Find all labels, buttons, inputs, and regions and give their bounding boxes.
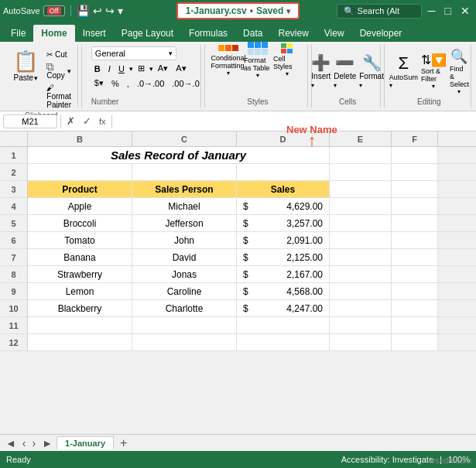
cell-e2[interactable] [330,164,392,180]
cell-f1[interactable] [392,147,438,163]
maximize-btn[interactable]: □ [442,5,454,17]
format-cells-button[interactable]: 🔧 Format ▾ [359,53,384,89]
row-num-11[interactable]: 11 [0,317,27,334]
cell-product-6[interactable]: Tomato [28,232,132,248]
cancel-formula-icon[interactable]: ✗ [64,115,77,127]
cell-e1[interactable] [330,147,392,163]
delete-cells-button[interactable]: ➖ Delete ▾ [334,53,356,89]
cell-f9[interactable] [392,283,438,299]
formula-input[interactable] [115,116,473,127]
italic-button[interactable]: I [105,63,114,75]
col-header-b[interactable]: B [28,132,132,146]
decrease-decimal-button[interactable]: .00→.0 [169,77,202,90]
save-icon[interactable]: 💾 [77,5,90,17]
cell-f3[interactable] [392,181,438,197]
header-sales[interactable]: Sales [237,181,330,197]
cell-styles-button[interactable]: Cell Styles ▾ [273,46,301,74]
cell-product-8[interactable]: Strawberry [28,266,132,282]
redo-icon[interactable]: ↪ [105,5,115,17]
sheet-tab-january[interactable]: 1-January [57,436,114,449]
row-num-7[interactable]: 7 [0,249,27,266]
col-header-e[interactable]: E [330,132,392,146]
number-format-dropdown[interactable]: General ▾ [91,46,176,60]
cell-salesperson-10[interactable]: Charlotte [132,300,237,316]
tab-page-layout[interactable]: Page Layout [114,25,181,42]
row-num-4[interactable]: 4 [0,198,27,215]
undo-icon[interactable]: ↩ [93,5,102,17]
cell-e9[interactable] [330,283,392,299]
autosum-button[interactable]: Σ AutoSum ▾ [389,53,418,89]
cell-d11[interactable] [237,317,330,333]
currency-button[interactable]: $▾ [91,77,107,90]
cut-button[interactable]: ✂ Cut [44,50,74,60]
cell-e3[interactable] [330,181,392,197]
border-button[interactable]: ⊞ [135,62,148,75]
title-cell[interactable]: Sales Record of January [28,147,330,163]
autosave-toggle[interactable]: Off [43,5,65,16]
tab-file[interactable]: File [3,25,33,42]
cell-e7[interactable] [330,249,392,265]
header-product[interactable]: Product [28,181,132,197]
tab-nav-prev[interactable]: ‹ [20,437,29,449]
cell-product-10[interactable]: Blackberry [28,300,132,316]
cell-b2[interactable] [28,164,132,180]
format-as-table-button[interactable]: Format as Table ▾ [244,46,272,74]
cell-f5[interactable] [392,215,438,231]
tab-developer[interactable]: Developer [352,25,410,42]
underline-button[interactable]: U [115,63,128,75]
cell-e6[interactable] [330,232,392,248]
cell-f10[interactable] [392,300,438,316]
row-num-10[interactable]: 10 [0,300,27,317]
tab-nav-right[interactable]: ► [39,437,55,449]
cell-e11[interactable] [330,317,392,333]
cell-product-9[interactable]: Lemon [28,283,132,299]
insert-function-icon[interactable]: fx [97,117,108,126]
row-num-12[interactable]: 12 [0,334,27,351]
close-btn[interactable]: ✕ [457,5,473,17]
row-num-5[interactable]: 5 [0,215,27,232]
cell-sales-4[interactable]: $4,629.00 [237,198,330,214]
cell-salesperson-8[interactable]: Jonas [132,266,237,282]
cell-f8[interactable] [392,266,438,282]
cell-sales-6[interactable]: $2,091.00 [237,232,330,248]
cell-e4[interactable] [330,198,392,214]
cell-sales-9[interactable]: $4,568.00 [237,283,330,299]
header-salesperson[interactable]: Sales Person [132,181,237,197]
cell-sales-7[interactable]: $2,125.00 [237,249,330,265]
cell-c11[interactable] [132,317,237,333]
row-num-6[interactable]: 6 [0,232,27,249]
col-header-f[interactable]: F [392,132,438,146]
row-num-8[interactable]: 8 [0,266,27,283]
cell-e8[interactable] [330,266,392,282]
minimize-btn[interactable]: ─ [425,5,439,17]
copy-button[interactable]: ⿻ Copy ▾ [44,62,74,80]
cell-f4[interactable] [392,198,438,214]
tab-home[interactable]: Home [33,25,74,42]
cell-salesperson-9[interactable]: Caroline [132,283,237,299]
tab-data[interactable]: Data [235,25,270,42]
comma-button[interactable]: , [124,77,132,90]
cell-c12[interactable] [132,334,237,350]
percent-button[interactable]: % [108,77,122,90]
insert-cells-button[interactable]: ➕ Insert ▾ [311,53,330,89]
confirm-formula-icon[interactable]: ✓ [80,115,94,127]
cell-salesperson-6[interactable]: John [132,232,237,248]
cell-e10[interactable] [330,300,392,316]
fill-color-button[interactable]: A▾ [155,62,171,75]
tab-insert[interactable]: Insert [75,25,114,42]
cell-f6[interactable] [392,232,438,248]
sort-filter-button[interactable]: ⇅🔽 Sort & Filter ▾ [421,53,447,90]
conditional-formatting-button[interactable]: Conditional Formatting ▾ [214,46,242,74]
row-num-3[interactable]: 3 [0,181,27,198]
cell-salesperson-5[interactable]: Jefferson [132,215,237,231]
filename-dropdown-icon[interactable]: ▾ [286,7,290,15]
paste-button[interactable]: 📋 Paste ▾ [9,46,43,85]
search-box[interactable]: 🔍 Search (Alt [337,4,422,19]
cell-product-4[interactable]: Apple [28,198,132,214]
add-sheet-button[interactable]: + [115,436,132,450]
cell-b12[interactable] [28,334,132,350]
row-num-9[interactable]: 9 [0,283,27,300]
cell-f12[interactable] [392,334,438,350]
cell-f2[interactable] [392,164,438,180]
tab-nav-next[interactable]: › [30,437,39,449]
